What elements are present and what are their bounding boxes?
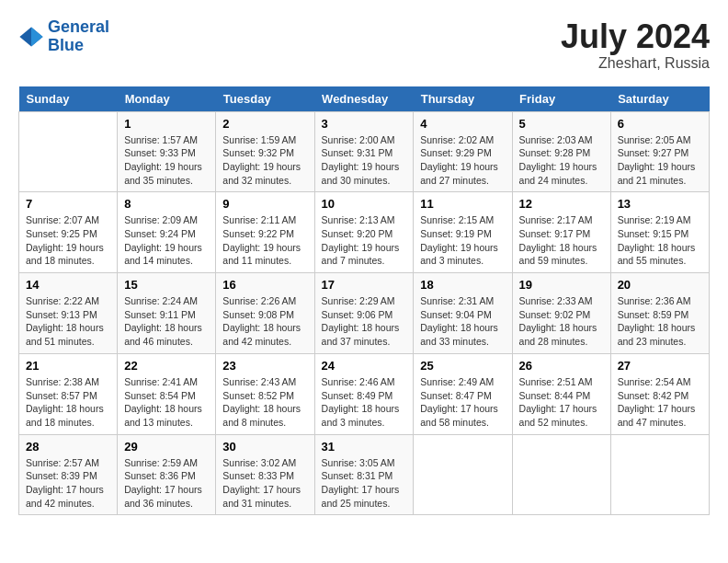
- day-number: 23: [222, 359, 307, 373]
- calendar-cell: 21 Sunrise: 2:38 AMSunset: 8:57 PMDaylig…: [19, 353, 118, 434]
- header-thursday: Thursday: [414, 86, 512, 112]
- day-info: Sunrise: 2:05 AMSunset: 9:27 PMDaylight:…: [618, 133, 702, 188]
- calendar-week-5: 28 Sunrise: 2:57 AMSunset: 8:39 PMDaylig…: [19, 434, 710, 515]
- day-info: Sunrise: 2:54 AMSunset: 8:42 PMDaylight:…: [618, 375, 702, 430]
- day-number: 12: [519, 197, 604, 211]
- day-number: 13: [618, 197, 702, 211]
- day-info: Sunrise: 2:51 AMSunset: 8:44 PMDaylight:…: [519, 375, 604, 430]
- calendar-cell: 26 Sunrise: 2:51 AMSunset: 8:44 PMDaylig…: [512, 353, 610, 434]
- page-header: General Blue July 2024 Zheshart, Russia: [18, 18, 710, 72]
- day-number: 8: [124, 197, 209, 211]
- header-friday: Friday: [512, 86, 610, 112]
- day-info: Sunrise: 3:05 AMSunset: 8:31 PMDaylight:…: [322, 456, 407, 511]
- calendar-cell: 3 Sunrise: 2:00 AMSunset: 9:31 PMDayligh…: [314, 111, 414, 192]
- day-info: Sunrise: 2:09 AMSunset: 9:24 PMDaylight:…: [124, 213, 209, 268]
- day-number: 21: [26, 359, 110, 373]
- calendar-cell: 31 Sunrise: 3:05 AMSunset: 8:31 PMDaylig…: [314, 434, 414, 515]
- day-info: Sunrise: 2:33 AMSunset: 9:02 PMDaylight:…: [519, 294, 604, 349]
- day-info: Sunrise: 2:29 AMSunset: 9:06 PMDaylight:…: [322, 294, 407, 349]
- day-info: Sunrise: 2:49 AMSunset: 8:47 PMDaylight:…: [420, 375, 505, 430]
- day-number: 20: [618, 278, 702, 292]
- calendar-cell: 24 Sunrise: 2:46 AMSunset: 8:49 PMDaylig…: [314, 353, 414, 434]
- day-number: 16: [222, 278, 307, 292]
- calendar-cell: 29 Sunrise: 2:59 AMSunset: 8:36 PMDaylig…: [118, 434, 216, 515]
- calendar-cell: 25 Sunrise: 2:49 AMSunset: 8:47 PMDaylig…: [414, 353, 512, 434]
- calendar-cell: 2 Sunrise: 1:59 AMSunset: 9:32 PMDayligh…: [216, 111, 314, 192]
- calendar-cell: 17 Sunrise: 2:29 AMSunset: 9:06 PMDaylig…: [314, 273, 414, 354]
- day-info: Sunrise: 2:41 AMSunset: 8:54 PMDaylight:…: [124, 375, 209, 430]
- calendar-header: Sunday Monday Tuesday Wednesday Thursday…: [19, 86, 710, 112]
- calendar-cell: 9 Sunrise: 2:11 AMSunset: 9:22 PMDayligh…: [216, 192, 314, 273]
- day-number: 31: [322, 440, 407, 454]
- day-info: Sunrise: 1:57 AMSunset: 9:33 PMDaylight:…: [124, 133, 209, 188]
- day-number: 15: [124, 278, 209, 292]
- calendar-cell: 5 Sunrise: 2:03 AMSunset: 9:28 PMDayligh…: [512, 111, 610, 192]
- calendar-cell: 6 Sunrise: 2:05 AMSunset: 9:27 PMDayligh…: [610, 111, 709, 192]
- day-info: Sunrise: 2:02 AMSunset: 9:29 PMDaylight:…: [420, 133, 505, 188]
- day-info: Sunrise: 2:19 AMSunset: 9:15 PMDaylight:…: [618, 213, 702, 268]
- logo-icon: [18, 24, 44, 50]
- location-title: Zheshart, Russia: [561, 55, 710, 72]
- logo-text: General Blue: [48, 18, 109, 55]
- calendar-cell: 15 Sunrise: 2:24 AMSunset: 9:11 PMDaylig…: [118, 273, 216, 354]
- month-year-title: July 2024: [561, 18, 710, 55]
- calendar-cell: 10 Sunrise: 2:13 AMSunset: 9:20 PMDaylig…: [314, 192, 414, 273]
- day-number: 29: [124, 440, 209, 454]
- calendar-cell: 28 Sunrise: 2:57 AMSunset: 8:39 PMDaylig…: [19, 434, 118, 515]
- header-sunday: Sunday: [19, 86, 118, 112]
- calendar-cell: 30 Sunrise: 3:02 AMSunset: 8:33 PMDaylig…: [216, 434, 314, 515]
- day-number: 3: [322, 117, 407, 131]
- day-number: 1: [124, 117, 209, 131]
- day-info: Sunrise: 2:46 AMSunset: 8:49 PMDaylight:…: [322, 375, 407, 430]
- day-number: 11: [420, 197, 505, 211]
- calendar-cell: [610, 434, 709, 515]
- day-number: 14: [26, 278, 110, 292]
- calendar-cell: 23 Sunrise: 2:43 AMSunset: 8:52 PMDaylig…: [216, 353, 314, 434]
- day-info: Sunrise: 2:03 AMSunset: 9:28 PMDaylight:…: [519, 133, 604, 188]
- calendar-cell: 18 Sunrise: 2:31 AMSunset: 9:04 PMDaylig…: [414, 273, 512, 354]
- header-saturday: Saturday: [610, 86, 709, 112]
- day-info: Sunrise: 2:07 AMSunset: 9:25 PMDaylight:…: [26, 213, 110, 268]
- day-info: Sunrise: 2:00 AMSunset: 9:31 PMDaylight:…: [322, 133, 407, 188]
- calendar-cell: [19, 111, 118, 192]
- day-number: 22: [124, 359, 209, 373]
- day-info: Sunrise: 2:57 AMSunset: 8:39 PMDaylight:…: [26, 456, 110, 511]
- day-info: Sunrise: 2:36 AMSunset: 8:59 PMDaylight:…: [618, 294, 702, 349]
- day-number: 17: [322, 278, 407, 292]
- day-info: Sunrise: 2:22 AMSunset: 9:13 PMDaylight:…: [26, 294, 110, 349]
- day-number: 4: [420, 117, 505, 131]
- calendar-cell: 8 Sunrise: 2:09 AMSunset: 9:24 PMDayligh…: [118, 192, 216, 273]
- day-number: 5: [519, 117, 604, 131]
- day-number: 10: [322, 197, 407, 211]
- day-number: 24: [322, 359, 407, 373]
- day-info: Sunrise: 2:43 AMSunset: 8:52 PMDaylight:…: [222, 375, 307, 430]
- calendar-cell: 16 Sunrise: 2:26 AMSunset: 9:08 PMDaylig…: [216, 273, 314, 354]
- calendar-week-3: 14 Sunrise: 2:22 AMSunset: 9:13 PMDaylig…: [19, 273, 710, 354]
- title-block: July 2024 Zheshart, Russia: [561, 18, 710, 72]
- calendar-body: 1 Sunrise: 1:57 AMSunset: 9:33 PMDayligh…: [19, 111, 710, 515]
- calendar-week-2: 7 Sunrise: 2:07 AMSunset: 9:25 PMDayligh…: [19, 192, 710, 273]
- calendar-table: Sunday Monday Tuesday Wednesday Thursday…: [18, 86, 710, 516]
- header-monday: Monday: [118, 86, 216, 112]
- day-number: 7: [26, 197, 110, 211]
- day-number: 19: [519, 278, 604, 292]
- header-row: Sunday Monday Tuesday Wednesday Thursday…: [19, 86, 710, 112]
- calendar-cell: [512, 434, 610, 515]
- day-number: 28: [26, 440, 110, 454]
- day-number: 6: [618, 117, 702, 131]
- calendar-week-4: 21 Sunrise: 2:38 AMSunset: 8:57 PMDaylig…: [19, 353, 710, 434]
- day-number: 30: [222, 440, 307, 454]
- calendar-cell: 7 Sunrise: 2:07 AMSunset: 9:25 PMDayligh…: [19, 192, 118, 273]
- calendar-cell: 14 Sunrise: 2:22 AMSunset: 9:13 PMDaylig…: [19, 273, 118, 354]
- calendar-cell: 12 Sunrise: 2:17 AMSunset: 9:17 PMDaylig…: [512, 192, 610, 273]
- day-number: 26: [519, 359, 604, 373]
- day-info: Sunrise: 2:15 AMSunset: 9:19 PMDaylight:…: [420, 213, 505, 268]
- day-info: Sunrise: 2:17 AMSunset: 9:17 PMDaylight:…: [519, 213, 604, 268]
- day-number: 9: [222, 197, 307, 211]
- calendar-week-1: 1 Sunrise: 1:57 AMSunset: 9:33 PMDayligh…: [19, 111, 710, 192]
- day-info: Sunrise: 2:11 AMSunset: 9:22 PMDaylight:…: [222, 213, 307, 268]
- logo: General Blue: [18, 18, 109, 55]
- calendar-cell: 4 Sunrise: 2:02 AMSunset: 9:29 PMDayligh…: [414, 111, 512, 192]
- logo-general: General: [48, 17, 109, 36]
- day-info: Sunrise: 2:24 AMSunset: 9:11 PMDaylight:…: [124, 294, 209, 349]
